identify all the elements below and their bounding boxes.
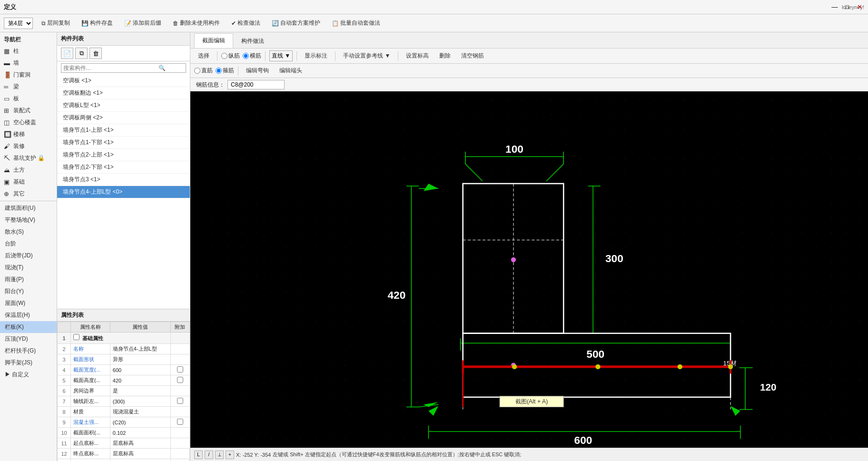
- separator-4: [335, 51, 335, 61]
- main-layout: 导航栏 ▦ 柱 ▬ 墙 🚪 门窗洞 ═ 梁 ▭ 板 ⊞ 装配式 ◫ 空心楼盖: [0, 32, 868, 461]
- tab-section-edit[interactable]: 截面编辑: [194, 33, 233, 48]
- line-type-dropdown[interactable]: 直线 ▼: [269, 50, 293, 61]
- copy-component-button[interactable]: ⧉: [75, 48, 88, 59]
- nav-item-foundation[interactable]: ▣ 基础: [0, 176, 57, 188]
- edit-toolbar-1: 选择 纵筋 横筋 直线 ▼ 显示标注 手动设置参考线 ▼ 设置标高 删除: [190, 49, 868, 64]
- auto-maintain-button[interactable]: 🔄 自动套方案维护: [269, 18, 323, 29]
- nav-item-finish[interactable]: 🖌 装修: [0, 140, 57, 152]
- nav-item-beam[interactable]: ═ 梁: [0, 81, 57, 93]
- search-box: 🔍: [61, 63, 186, 73]
- clear-rebar-button[interactable]: 清空钢筋: [457, 51, 488, 61]
- radio-horizontal[interactable]: 横筋: [243, 52, 261, 60]
- status-icon-4[interactable]: +: [226, 451, 234, 459]
- radio-straight-bar[interactable]: 直筋: [194, 67, 213, 75]
- nav-item-step[interactable]: 台阶: [0, 238, 57, 250]
- nav-item-coping[interactable]: 压顶(YD): [0, 333, 57, 345]
- list-item[interactable]: 墙身节点3 <1>: [57, 174, 190, 186]
- list-item[interactable]: 墙身节点1-上部 <1>: [57, 124, 190, 137]
- maximize-button[interactable]: □: [842, 2, 852, 12]
- nav-item-custom[interactable]: ▶ 自定义: [0, 369, 57, 381]
- nav-item-column[interactable]: ▦ 柱: [0, 45, 57, 57]
- nav-item-apron[interactable]: 散水(S): [0, 226, 57, 238]
- nav-item-stair[interactable]: 🔲 楼梯: [0, 128, 57, 140]
- straight-bar-radio[interactable]: [194, 68, 200, 74]
- nav-item-site-leveling[interactable]: 平整场地(V): [0, 214, 57, 226]
- status-icon-1[interactable]: L: [194, 451, 203, 459]
- nav-item-foundation-pit[interactable]: ⛏ 基坑支护 🔒: [0, 152, 57, 164]
- delete-component-button[interactable]: 🗑: [89, 48, 102, 59]
- nav-item-post-pour-band[interactable]: 后浇带(JD): [0, 250, 57, 262]
- select-button[interactable]: 选择: [194, 51, 213, 61]
- nav-item-balcony[interactable]: 阳台(Y): [0, 285, 57, 297]
- nav-item-railing[interactable]: 栏杆扶手(G): [0, 345, 57, 357]
- svg-point-44: [595, 364, 600, 369]
- copy-layer-button[interactable]: ⧉ 层间复制: [39, 18, 73, 29]
- edit-hook-button[interactable]: 编辑弯钩: [242, 66, 273, 76]
- nav-item-slab[interactable]: ▭ 板: [0, 93, 57, 105]
- nav-item-wall[interactable]: ▬ 墙: [0, 57, 57, 69]
- list-item[interactable]: 空调板 <1>: [57, 75, 190, 87]
- delete-unused-button[interactable]: 🗑 删除未使用构件: [170, 18, 223, 29]
- layer-select[interactable]: 第1层第2层第3层 第4层第5层: [4, 18, 33, 29]
- nav-section-title: 导航栏: [0, 34, 57, 45]
- batch-auto-button[interactable]: 📋 批量自动套做法: [329, 18, 383, 29]
- nav-item-insulation[interactable]: 保温层(H): [0, 309, 57, 321]
- rebar-info-input[interactable]: [227, 80, 285, 89]
- nav-item-prefab[interactable]: ⊞ 装配式: [0, 105, 57, 117]
- check-method-button[interactable]: ✔ 检查做法: [228, 18, 263, 29]
- properties-panel: 属性列表 属性名称 属性值 附加 1 基础属性: [57, 309, 190, 461]
- edit-toolbar-2: 直筋 箍筋 编辑弯钩 编辑端头: [190, 64, 868, 78]
- horizontal-radio[interactable]: [243, 53, 249, 59]
- manual-ref-line-button[interactable]: 手动设置参考线 ▼: [339, 51, 394, 61]
- tab-component-method[interactable]: 构件做法: [233, 34, 272, 48]
- list-item[interactable]: 墙身节点2-上部 <1>: [57, 149, 190, 161]
- table-row: 10 截面面积(... 0.102: [58, 428, 190, 438]
- nav-item-parapet[interactable]: 栏板(K): [0, 321, 57, 333]
- save-component-button[interactable]: 💾 构件存盘: [79, 18, 116, 29]
- list-item[interactable]: 空调板翻边 <1>: [57, 87, 190, 99]
- canvas-area[interactable]: 100 420 300 500 600: [190, 91, 868, 448]
- list-item[interactable]: 空调板两侧 <2>: [57, 112, 190, 124]
- set-elevation-button[interactable]: 设置标高: [402, 51, 433, 61]
- status-icon-2[interactable]: /: [205, 451, 213, 459]
- nav-item-other[interactable]: ⊕ 其它: [0, 188, 57, 200]
- list-item[interactable]: 墙身节点2-下部 <1>: [57, 161, 190, 174]
- edit-end-button[interactable]: 编辑端头: [276, 66, 306, 76]
- status-icon-3[interactable]: ⊥: [215, 451, 224, 459]
- nav-item-door-window[interactable]: 🚪 门窗洞: [0, 69, 57, 81]
- display-label-button[interactable]: 显示标注: [301, 51, 331, 61]
- content-area: 截面编辑 构件做法 选择 纵筋 横筋 直线 ▼ 显示标注 手动设置参考线 ▼: [190, 32, 868, 461]
- add-prefix-button[interactable]: 📝 添加前后缀: [121, 18, 164, 29]
- nav-item-canopy[interactable]: 雨蓬(P): [0, 274, 57, 285]
- hollow-icon: ◫: [4, 119, 11, 126]
- delete-button[interactable]: 删除: [435, 51, 454, 61]
- nav-item-hollow[interactable]: ◫ 空心楼盖: [0, 117, 57, 128]
- beam-icon: ═: [4, 83, 11, 90]
- properties-panel-title: 属性列表: [57, 309, 190, 322]
- minimize-button[interactable]: —: [830, 2, 839, 12]
- hoop-bar-radio[interactable]: [216, 68, 222, 74]
- properties-table: 属性名称 属性值 附加 1 基础属性 2 名称 墙身节点4-上部L型: [57, 322, 190, 461]
- list-item-active[interactable]: 墙身节点4-上部L型 <0>: [57, 186, 190, 198]
- search-input[interactable]: [63, 65, 158, 71]
- nav-item-roof[interactable]: 屋面(W): [0, 297, 57, 309]
- nav-item-earthwork[interactable]: ⛰ 土方: [0, 164, 57, 176]
- tabs-bar: 截面编辑 构件做法: [190, 32, 868, 49]
- radio-vertical[interactable]: 纵筋: [221, 52, 240, 60]
- radio-hoop-bar[interactable]: 箍筋: [216, 67, 234, 75]
- rebar-info-bar: 钢筋信息：: [190, 78, 868, 91]
- close-button[interactable]: ✕: [855, 2, 864, 12]
- delete-unused-icon: 🗑: [173, 20, 178, 27]
- list-item[interactable]: 墙身节点1-下部 <1>: [57, 137, 190, 149]
- nav-item-cast-in-place[interactable]: 现浇(T): [0, 262, 57, 274]
- column-icon: ▦: [4, 48, 11, 55]
- separator-5: [398, 51, 398, 61]
- nav-item-building-area[interactable]: 建筑面积(U): [0, 202, 57, 214]
- vertical-radio[interactable]: [221, 53, 227, 59]
- svg-point-45: [678, 364, 682, 369]
- svg-text:截图(Alt + A): 截图(Alt + A): [515, 398, 548, 405]
- list-item[interactable]: 空调板L型 <1>: [57, 99, 190, 112]
- col-extra: 附加: [170, 322, 189, 333]
- new-component-button[interactable]: 📄: [61, 48, 73, 59]
- nav-item-scaffold[interactable]: 脚手架(JS): [0, 357, 57, 369]
